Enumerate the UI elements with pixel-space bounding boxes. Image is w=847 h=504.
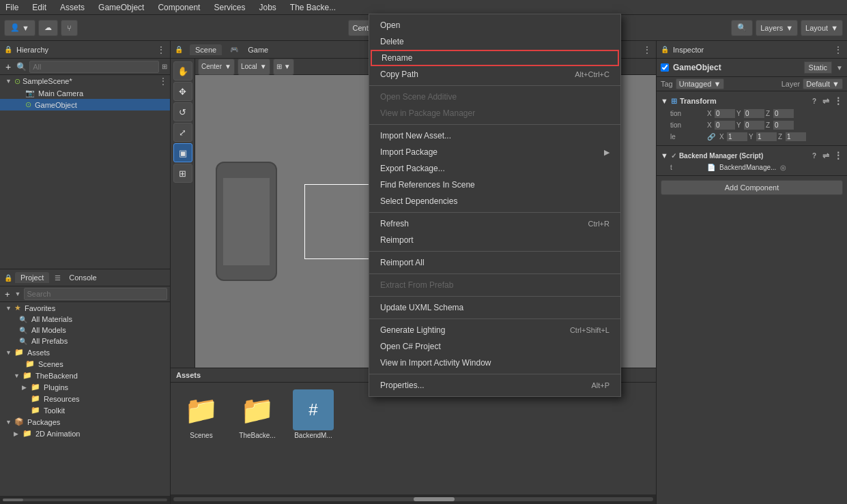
- ctx-open-csharp[interactable]: Open C# Project: [369, 338, 620, 355]
- ctx-view-import-activity-label: View in Import Activity Window: [380, 358, 491, 368]
- ctx-open-csharp-label: Open C# Project: [380, 342, 441, 351]
- ctx-extract-from-prefab-label: Extract From Prefab: [380, 280, 453, 290]
- ctx-generate-lighting-label: Generate Lighting: [380, 325, 445, 335]
- ctx-refresh-shortcut: Ctrl+R: [588, 220, 609, 228]
- ctx-sep-2: [369, 124, 620, 125]
- ctx-sep-4: [369, 251, 620, 252]
- ctx-sep-7: [369, 318, 620, 319]
- ctx-properties-shortcut: Alt+P: [591, 381, 609, 389]
- ctx-export-package-label: Export Package...: [380, 164, 445, 173]
- ctx-view-import-activity[interactable]: View in Import Activity Window: [369, 355, 620, 371]
- ctx-reimport-all[interactable]: Reimport All: [369, 254, 620, 271]
- ctx-generate-lighting[interactable]: Generate Lighting Ctrl+Shift+L: [369, 322, 620, 338]
- ctx-copy-path-label: Copy Path: [380, 70, 418, 79]
- context-menu-overlay[interactable]: Open Delete Rename Copy Path Alt+Ctrl+C …: [0, 0, 847, 504]
- ctx-sep-5: [369, 273, 620, 274]
- ctx-open-label: Open: [380, 20, 400, 30]
- ctx-open-scene-additive: Open Scene Additive: [369, 89, 620, 105]
- ctx-reimport[interactable]: Reimport: [369, 232, 620, 248]
- ctx-sep-6: [369, 296, 620, 297]
- ctx-refresh[interactable]: Refresh Ctrl+R: [369, 216, 620, 232]
- ctx-sep-8: [369, 374, 620, 374]
- ctx-delete[interactable]: Delete: [369, 33, 620, 50]
- ctx-open[interactable]: Open: [369, 17, 620, 33]
- ctx-import-package[interactable]: Import Package ▶: [369, 144, 620, 160]
- ctx-refresh-label: Refresh: [380, 219, 409, 228]
- ctx-copy-path-shortcut: Alt+Ctrl+C: [575, 70, 609, 78]
- ctx-view-package-manager: View in Package Manager: [369, 105, 620, 121]
- ctx-reimport-all-label: Reimport All: [380, 258, 425, 267]
- ctx-find-references-label: Find References In Scene: [380, 180, 475, 190]
- ctx-copy-path[interactable]: Copy Path Alt+Ctrl+C: [369, 66, 620, 83]
- ctx-select-dependencies[interactable]: Select Dependencies: [369, 193, 620, 209]
- ctx-view-package-manager-label: View in Package Manager: [380, 108, 475, 118]
- ctx-update-uxml[interactable]: Update UXML Schema: [369, 299, 620, 316]
- ctx-import-new-asset[interactable]: Import New Asset...: [369, 128, 620, 144]
- ctx-reimport-label: Reimport: [380, 235, 414, 245]
- ctx-generate-lighting-shortcut: Ctrl+Shift+L: [570, 326, 609, 334]
- ctx-rename-label: Rename: [382, 53, 412, 63]
- ctx-select-dependencies-label: Select Dependencies: [380, 196, 457, 206]
- ctx-update-uxml-label: Update UXML Schema: [380, 303, 463, 312]
- ctx-export-package[interactable]: Export Package...: [369, 160, 620, 177]
- ctx-import-new-asset-label: Import New Asset...: [380, 131, 451, 140]
- ctx-find-references[interactable]: Find References In Scene: [369, 177, 620, 193]
- ctx-properties[interactable]: Properties... Alt+P: [369, 377, 620, 394]
- ctx-import-package-label: Import Package: [380, 147, 437, 157]
- ctx-rename[interactable]: Rename: [371, 50, 619, 66]
- ctx-sep-1: [369, 85, 620, 86]
- ctx-properties-label: Properties...: [380, 381, 425, 390]
- ctx-open-scene-additive-label: Open Scene Additive: [380, 92, 457, 102]
- ctx-sep-3: [369, 212, 620, 213]
- ctx-delete-label: Delete: [380, 37, 404, 46]
- ctx-import-package-arrow: ▶: [604, 148, 609, 157]
- context-menu: Open Delete Rename Copy Path Alt+Ctrl+C …: [369, 14, 621, 397]
- ctx-extract-from-prefab: Extract From Prefab: [369, 277, 620, 293]
